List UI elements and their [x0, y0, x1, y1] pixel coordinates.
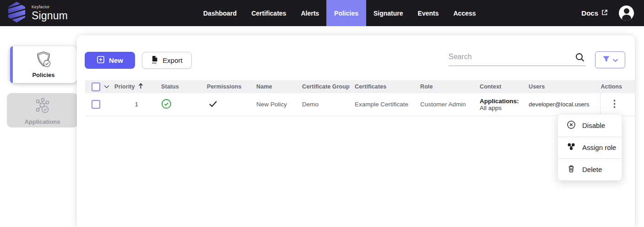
column-header-certificates[interactable]: Certificates	[353, 80, 418, 93]
column-header-actions: Actions	[600, 80, 635, 93]
column-header-users[interactable]: Users	[527, 80, 600, 93]
cell-users: developer@local.users	[527, 93, 600, 116]
row-actions-context-menu: Disable Assign role Delete	[557, 114, 622, 181]
trash-icon	[567, 164, 576, 175]
menu-item-delete[interactable]: Delete	[558, 158, 622, 180]
policies-table: Priority Status Permissions Name Certifi…	[85, 80, 635, 116]
nav-item-alerts[interactable]: Alerts	[293, 0, 326, 26]
search-input[interactable]	[449, 49, 571, 65]
avatar-body-icon	[622, 15, 631, 21]
nav-item-certificates[interactable]: Certificates	[244, 0, 293, 26]
export-button[interactable]: csv Export	[142, 52, 192, 69]
sort-asc-arrow-icon	[138, 83, 143, 90]
cell-certificate-group: Demo	[300, 93, 353, 116]
menu-label-disable: Disable	[582, 122, 605, 129]
row-checkbox[interactable]	[92, 100, 100, 109]
top-navigation: Keyfactor Signum Dashboard Certificates …	[0, 0, 644, 26]
column-header-role[interactable]: Role	[418, 80, 478, 93]
menu-item-assign-role[interactable]: Assign role	[558, 137, 622, 159]
filter-funnel-icon	[602, 55, 610, 64]
nav-item-signature[interactable]: Signature	[366, 0, 411, 26]
sidebar-item-applications[interactable]: Applications	[7, 93, 78, 127]
cell-role: Customer Admin	[418, 93, 478, 116]
nav-item-events[interactable]: Events	[411, 0, 446, 26]
cell-certificates: Example Certificate	[353, 93, 418, 116]
search-icon[interactable]	[575, 52, 585, 64]
menu-label-assign-role: Assign role	[582, 144, 616, 151]
context-type-label: Applications:	[480, 98, 519, 105]
status-enabled-icon	[161, 99, 172, 111]
search-field	[449, 49, 586, 66]
file-csv-icon: csv	[151, 55, 158, 66]
chevron-down-icon	[612, 56, 618, 64]
brand-logo[interactable]: Keyfactor Signum	[0, 2, 68, 24]
cell-context: Applications: All apps	[478, 93, 527, 116]
header-chevron-down-icon[interactable]	[104, 83, 109, 90]
sidebar-label-policies: Policies	[10, 72, 77, 78]
brand-company: Keyfactor	[32, 5, 68, 9]
column-header-certificate-group[interactable]: Certificate Group	[300, 80, 353, 93]
column-header-name[interactable]: Name	[254, 80, 300, 93]
kebab-menu-icon	[613, 100, 616, 110]
new-button[interactable]: New	[85, 52, 135, 69]
nav-item-dashboard[interactable]: Dashboard	[196, 0, 244, 26]
shield-check-icon	[10, 50, 77, 71]
cell-permissions	[205, 93, 254, 116]
table-header-row: Priority Status Permissions Name Certifi…	[85, 80, 635, 93]
permissions-check-icon	[207, 100, 217, 109]
external-link-icon	[601, 9, 608, 17]
column-header-status[interactable]: Status	[159, 80, 205, 93]
docs-label: Docs	[581, 9, 598, 17]
nav-item-policies[interactable]: Policies	[326, 0, 366, 26]
signum-hex-logo-icon	[7, 2, 26, 24]
active-accent-bar	[10, 46, 13, 83]
cell-priority: 1	[113, 93, 159, 116]
cell-status	[159, 93, 205, 116]
main-nav-menu: Dashboard Certificates Alerts Policies S…	[196, 0, 483, 26]
new-button-label: New	[109, 56, 123, 64]
docs-link[interactable]: Docs	[581, 9, 608, 17]
menu-label-delete: Delete	[582, 166, 602, 173]
column-header-context[interactable]: Context	[478, 80, 527, 93]
menu-item-disable[interactable]: Disable	[558, 115, 622, 137]
context-value: All apps	[480, 105, 502, 111]
cell-name: New Policy	[254, 93, 300, 116]
table-row: 1 New Policy Demo Example Certifica	[85, 93, 635, 116]
filter-button[interactable]	[595, 51, 625, 68]
user-avatar[interactable]	[619, 6, 634, 21]
sidebar-label-applications: Applications	[7, 118, 78, 125]
circle-x-icon	[567, 120, 576, 131]
column-header-permissions[interactable]: Permissions	[205, 80, 254, 93]
svg-text:csv: csv	[152, 61, 157, 64]
sidebar-item-policies[interactable]: Policies	[10, 46, 77, 83]
column-header-priority[interactable]: Priority	[113, 80, 159, 93]
export-button-label: Export	[162, 56, 182, 64]
row-actions-menu-button[interactable]	[600, 93, 635, 116]
avatar-head-icon	[624, 8, 629, 14]
brand-product: Signum	[32, 11, 68, 21]
nav-item-access[interactable]: Access	[446, 0, 483, 26]
select-all-checkbox[interactable]	[92, 83, 100, 91]
assign-role-icon	[567, 142, 576, 153]
policies-panel: New csv Export	[77, 35, 635, 227]
network-check-icon	[7, 97, 78, 117]
plus-square-icon	[97, 55, 105, 65]
